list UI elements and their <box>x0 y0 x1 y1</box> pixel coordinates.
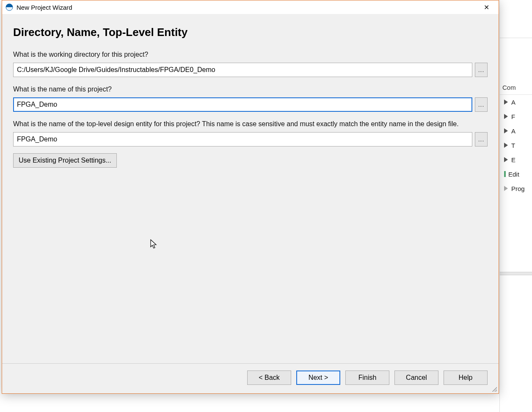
use-existing-settings-label: Use Existing Project Settings... <box>19 157 111 164</box>
bg-panel-label: A <box>511 127 515 135</box>
titlebar: New Project Wizard ✕ <box>2 0 499 14</box>
ellipsis-icon: ... <box>478 101 485 108</box>
bg-panel-label: T <box>511 142 515 149</box>
app-icon <box>6 3 13 11</box>
close-icon: ✕ <box>484 3 489 11</box>
cancel-label: Cancel <box>406 374 427 381</box>
resize-grip[interactable] <box>491 386 497 392</box>
finish-button[interactable]: Finish <box>345 371 389 385</box>
bg-panel-label: E <box>511 156 515 163</box>
finish-label: Finish <box>358 374 377 381</box>
bg-panel-label: F <box>511 113 515 120</box>
help-label: Help <box>459 374 473 381</box>
ellipsis-icon: ... <box>478 136 485 143</box>
use-existing-settings-button[interactable]: Use Existing Project Settings... <box>13 153 117 168</box>
project-name-input[interactable] <box>13 97 472 112</box>
bg-panel-item[interactable]: T <box>500 138 532 152</box>
help-button[interactable]: Help <box>444 371 488 385</box>
new-project-wizard-dialog: New Project Wizard ✕ Directory, Name, To… <box>2 0 499 394</box>
close-button[interactable]: ✕ <box>477 0 496 14</box>
browse-directory-button[interactable]: ... <box>475 63 488 77</box>
back-button[interactable]: < Back <box>247 371 291 385</box>
next-label: Next > <box>309 374 328 381</box>
next-button[interactable]: Next > <box>296 371 340 385</box>
bg-panel-header: Com <box>500 80 532 95</box>
footer-divider <box>2 363 499 364</box>
browse-name-button[interactable]: ... <box>475 97 488 112</box>
browse-entity-button[interactable]: ... <box>475 132 488 147</box>
bg-panel-label: A <box>511 99 515 106</box>
wizard-footer: < Back Next > Finish Cancel Help <box>2 371 499 393</box>
directory-prompt: What is the working directory for this p… <box>13 51 488 58</box>
cancel-button[interactable]: Cancel <box>394 371 438 385</box>
directory-input[interactable] <box>13 63 472 77</box>
bg-panel-edit[interactable]: Edit <box>500 167 532 181</box>
back-label: < Back <box>259 374 279 381</box>
top-level-entity-input[interactable] <box>13 132 472 147</box>
project-name-prompt: What is the name of this project? <box>13 86 488 93</box>
bg-panel-item[interactable]: E <box>500 152 532 167</box>
page-heading: Directory, Name, Top-Level Entity <box>13 26 488 39</box>
window-title: New Project Wizard <box>17 4 72 11</box>
wizard-content: Directory, Name, Top-Level Entity What i… <box>2 14 499 363</box>
entity-prompt: What is the name of the top-level design… <box>13 120 488 128</box>
ellipsis-icon: ... <box>478 66 485 73</box>
bg-panel-prog-label: Prog <box>511 185 525 192</box>
bg-panel-prog[interactable]: Prog <box>500 181 532 196</box>
bg-panel-item[interactable]: A <box>500 95 532 109</box>
bg-panel-item[interactable]: A <box>500 124 532 138</box>
bg-panel-edit-label: Edit <box>508 171 519 178</box>
background-panel: Com A F A T E Edit Prog <box>499 0 532 412</box>
bg-panel-item[interactable]: F <box>500 109 532 124</box>
